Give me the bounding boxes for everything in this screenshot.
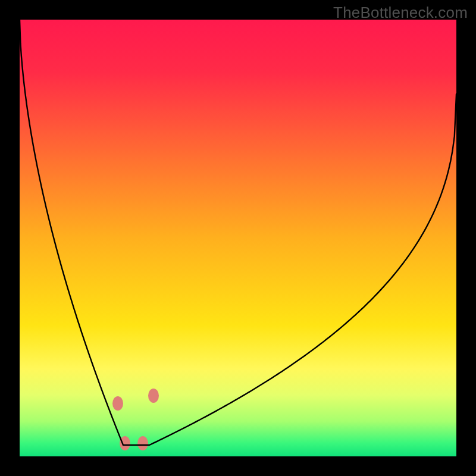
chart-frame: TheBottleneck.com	[0, 0, 476, 476]
curve-marker	[148, 389, 159, 403]
gradient-background	[20, 20, 456, 456]
curve-marker	[137, 436, 148, 450]
watermark-text: TheBottleneck.com	[333, 4, 468, 22]
curve-marker	[112, 396, 123, 411]
curve-marker	[120, 436, 130, 450]
plot-area	[20, 20, 456, 456]
plot-svg	[20, 20, 456, 456]
